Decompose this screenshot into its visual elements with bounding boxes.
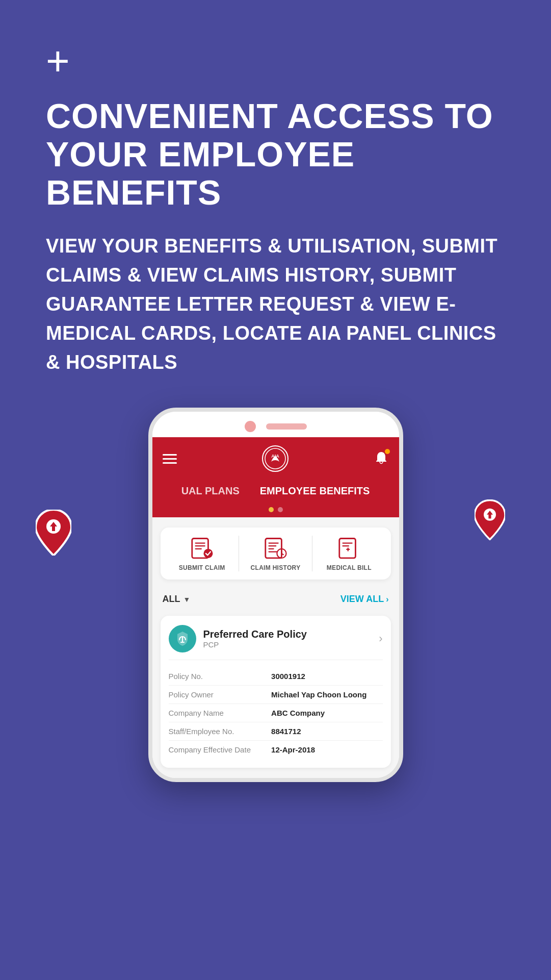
policy-number-label: Policy No. [169, 672, 272, 681]
policy-number-value: 30001912 [271, 672, 305, 681]
phone-mockup: AIA [148, 408, 403, 782]
claim-history-icon [262, 536, 288, 559]
location-pin-right [475, 499, 515, 556]
policy-chevron-icon: › [379, 632, 382, 645]
policy-row-number: Policy No. 30001912 [169, 667, 383, 686]
location-pin-left [36, 510, 82, 571]
claim-history-icon-box [262, 536, 288, 559]
medical-bill-icon-box [336, 536, 362, 559]
phone-top-bar [152, 412, 399, 437]
policy-company-label: Company Name [169, 709, 272, 717]
policy-details-table: Policy No. 30001912 Policy Owner Michael… [169, 667, 383, 759]
policy-owner-label: Policy Owner [169, 690, 272, 699]
notification-button[interactable] [374, 450, 389, 467]
filter-all-label: ALL [163, 594, 180, 605]
dot-1 [269, 507, 274, 512]
filter-all-dropdown[interactable]: ALL ▼ [163, 594, 191, 605]
policy-staff-value: 8841712 [271, 727, 301, 736]
svg-point-5 [204, 549, 213, 558]
notification-badge [385, 449, 390, 454]
policy-staff-label: Staff/Employee No. [169, 727, 272, 736]
phone-camera [245, 421, 256, 432]
policy-company-value: ABC Company [271, 709, 325, 717]
submit-claim-icon-box [189, 536, 215, 559]
tab-individual-plans[interactable]: UAL PLANS [173, 483, 248, 499]
hamburger-menu-button[interactable] [163, 454, 177, 464]
medical-bill-button[interactable]: MEDICAL BILL [312, 536, 385, 571]
policy-row-staff: Staff/Employee No. 8841712 [169, 722, 383, 741]
submit-claim-button[interactable]: SUBMIT CLAIM [166, 536, 239, 571]
medical-bill-label: MEDICAL BILL [327, 564, 372, 571]
app-nav-tabs: UAL PLANS EMPLOYEE BENEFITS [152, 480, 399, 507]
policy-owner-value: Michael Yap Choon Loong [271, 690, 366, 699]
policy-row-company: Company Name ABC Company [169, 704, 383, 722]
policy-row-effective-date: Company Effective Date 12-Apr-2018 [169, 741, 383, 759]
filter-row: ALL ▼ VIEW ALL › [161, 588, 391, 611]
policy-name: Preferred Care Policy [203, 629, 372, 640]
submit-claim-icon [189, 536, 215, 559]
policy-effective-date-value: 12-Apr-2018 [271, 745, 315, 754]
policy-icon-circle [169, 625, 196, 652]
view-all-label: VIEW ALL [340, 594, 384, 605]
phone-speaker [266, 423, 307, 430]
policy-header[interactable]: Preferred Care Policy PCP › [169, 625, 383, 660]
policy-effective-date-label: Company Effective Date [169, 745, 272, 754]
svg-rect-8 [339, 538, 356, 558]
page-background: + CONVENIENT ACCESS TO YOUR EMPLOYEE BEN… [0, 0, 551, 980]
policy-title-group: Preferred Care Policy PCP [203, 629, 372, 649]
hero-heading: CONVENIENT ACCESS TO YOUR EMPLOYEE BENEF… [46, 97, 505, 211]
policy-shield-icon [174, 631, 191, 647]
app-content: SUBMIT CLAIM [152, 517, 399, 778]
view-all-button[interactable]: VIEW ALL › [340, 594, 389, 605]
view-all-chevron: › [386, 595, 388, 604]
policy-card[interactable]: Preferred Care Policy PCP › Policy No. 3… [161, 616, 391, 768]
aia-logo: AIA [262, 445, 288, 472]
claim-history-button[interactable]: CLAIM HISTORY [239, 536, 312, 571]
filter-dropdown-arrow: ▼ [183, 595, 191, 604]
plus-icon: + [46, 41, 505, 82]
tab-employee-benefits[interactable]: EMPLOYEE BENEFITS [252, 483, 378, 499]
policy-code: PCP [203, 640, 372, 649]
claim-history-label: CLAIM HISTORY [251, 564, 301, 571]
medical-bill-icon [336, 536, 362, 559]
policy-row-owner: Policy Owner Michael Yap Choon Loong [169, 686, 383, 704]
submit-claim-label: SUBMIT CLAIM [179, 564, 225, 571]
hero-subtext: VIEW YOUR BENEFITS & UTILISATION, SUBMIT… [46, 232, 505, 377]
phone-wrapper: AIA [46, 408, 505, 782]
dot-2 [278, 507, 283, 512]
app-header: AIA [152, 437, 399, 480]
quick-actions-bar: SUBMIT CLAIM [161, 527, 391, 580]
tab-dots-indicator [152, 507, 399, 517]
